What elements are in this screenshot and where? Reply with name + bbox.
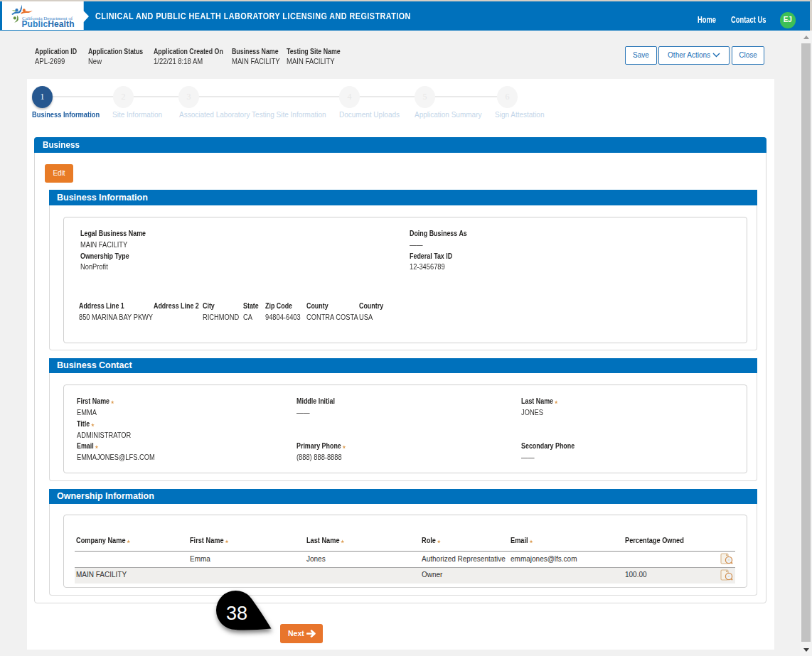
svg-text:PublicHealth: PublicHealth [22,19,75,29]
svg-text:38: 38 [226,603,247,624]
